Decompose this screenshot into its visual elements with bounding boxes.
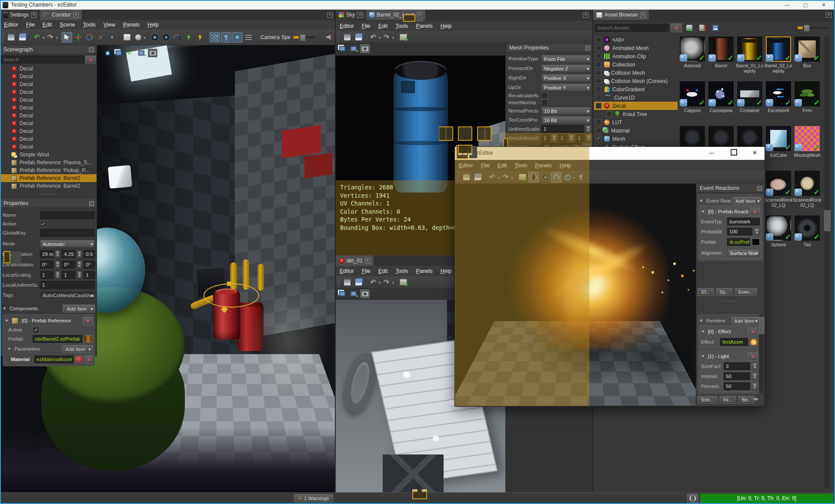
menu-item[interactable]: Editor	[336, 267, 358, 275]
redo-icon[interactable]: ↷	[381, 32, 392, 43]
save-all-icon[interactable]	[353, 277, 364, 288]
save-icon[interactable]	[6, 32, 16, 43]
maximize-button[interactable]: ▢	[797, 0, 814, 10]
export-asset-icon[interactable]	[398, 32, 408, 43]
recalculate-normals-checkbox[interactable]	[541, 93, 548, 99]
mesh-properties-header[interactable]: Mesh Properties	[506, 43, 593, 53]
pause-log-button[interactable]	[687, 494, 698, 503]
asset-thumbnail[interactable]	[766, 81, 791, 106]
menu-item[interactable]: Help	[437, 267, 456, 275]
screenshot-icon[interactable]	[349, 289, 358, 298]
filter-checkbox[interactable]	[596, 95, 601, 100]
rotation-y-field[interactable]: 0°	[62, 261, 75, 269]
camera-icon[interactable]	[360, 289, 370, 298]
position-x-field[interactable]: 29 m	[40, 250, 53, 258]
asset-type-item[interactable]: Collection	[594, 60, 678, 69]
clear-search-icon[interactable]: ✕	[85, 56, 96, 63]
menu-item[interactable]: File	[358, 267, 374, 275]
asset-item[interactable]: Barrel_01_Lowpoly	[735, 36, 764, 81]
asset-type-item[interactable]: Material	[594, 126, 678, 135]
filter-checkbox[interactable]	[596, 62, 601, 67]
scenegraph-item[interactable]: Decal	[0, 88, 97, 96]
asset-thumbnail[interactable]	[680, 81, 705, 106]
menu-item[interactable]: Tools	[79, 21, 100, 29]
forward-dir-dropdown[interactable]: Negative Z	[541, 64, 591, 72]
position-y-field[interactable]: 4.25	[62, 250, 75, 258]
asset-thumbnail[interactable]	[737, 81, 762, 106]
scenegraph-item[interactable]: Prefab Reference: Barrel2	[0, 174, 97, 182]
remove-renderer-icon[interactable]	[748, 328, 758, 336]
asset-type-item[interactable]: Kraut Tree	[594, 110, 678, 118]
scale-y-field[interactable]: 1	[62, 271, 75, 279]
remove-component-icon[interactable]	[83, 317, 93, 325]
tab-close-icon[interactable]	[31, 12, 37, 18]
tab-close-icon[interactable]	[365, 258, 371, 264]
invert-normals-checkbox[interactable]	[541, 99, 548, 106]
filter-checkbox[interactable]	[596, 86, 601, 92]
camera-speed-slider[interactable]	[294, 36, 315, 38]
up-dir-dropdown[interactable]: Positive Y	[541, 83, 591, 91]
asset-item[interactable]: ExcelsiorII	[764, 81, 793, 126]
uniform-scale-field[interactable]: 1	[40, 281, 95, 289]
tab-close-icon[interactable]	[640, 12, 646, 18]
remove-reaction-icon[interactable]	[750, 208, 760, 216]
undo-icon[interactable]: ↷	[368, 32, 378, 43]
undo-icon[interactable]: ↶	[32, 32, 42, 43]
asset-thumbnail[interactable]	[766, 36, 791, 62]
intensity-field[interactable]: 50	[724, 372, 750, 380]
play-icon[interactable]	[150, 32, 160, 43]
filter-checkbox[interactable]	[606, 111, 612, 117]
scenegraph-item[interactable]: Decal	[0, 104, 97, 112]
asset-item[interactable]: Sphere	[764, 216, 793, 260]
panel-close-icon[interactable]	[826, 12, 832, 18]
grid-toggle-icon[interactable]	[210, 32, 220, 43]
add-component-button[interactable]: Add Item	[63, 305, 95, 312]
menu-item[interactable]: File	[22, 21, 39, 29]
close-button[interactable]: ✕	[752, 149, 757, 156]
export-run-icon[interactable]	[184, 32, 194, 43]
maximize-button[interactable]	[731, 149, 737, 156]
save-icon[interactable]	[342, 277, 352, 288]
warnings-button[interactable]: ⚠ 1 Warnings	[294, 494, 333, 502]
scenegraph-item[interactable]: Decal	[0, 119, 97, 127]
tab-scroll-arrows[interactable]: ◀▶	[753, 397, 759, 401]
asset-search-input[interactable]	[595, 24, 669, 32]
run-icon[interactable]	[195, 32, 205, 43]
add-event-reaction-button[interactable]: Add Item	[733, 197, 762, 205]
scenegraph-item[interactable]: Decal	[0, 96, 97, 104]
scenegraph-item[interactable]: Decal	[0, 73, 97, 80]
scenegraph-item[interactable]: Decal	[0, 80, 97, 88]
asset-item[interactable]: Box	[793, 36, 822, 81]
asset-type-item[interactable]: ColorGradient	[594, 85, 678, 93]
properties-panel-header[interactable]: Properties	[0, 199, 97, 208]
remove-renderer-icon[interactable]	[748, 352, 758, 361]
asset-item[interactable]: Container	[735, 81, 764, 126]
asset-type-item[interactable]: Decal	[594, 102, 678, 110]
simulate-gamepad-icon[interactable]	[172, 32, 183, 43]
redo-icon[interactable]: ↷	[45, 32, 55, 43]
percent-field[interactable]: 50	[724, 382, 750, 390]
asset-item[interactable]: Tire	[793, 216, 822, 260]
mode-dropdown[interactable]: Automatic	[40, 240, 95, 248]
render-pipeline-icon[interactable]	[337, 289, 347, 298]
mesh-window-close-icon[interactable]	[583, 12, 588, 18]
effect-asset-field[interactable]: fectAsset	[720, 338, 748, 346]
render-mode-icon[interactable]	[244, 32, 254, 43]
asset-thumbnail[interactable]	[795, 81, 820, 106]
prefab-asset-thumb[interactable]	[84, 335, 93, 343]
asset-type-item[interactable]: Curve1D	[594, 93, 678, 102]
rotate-tool-icon[interactable]	[84, 32, 95, 43]
panel-tab[interactable]: Emi...	[698, 396, 718, 404]
panel-tab[interactable]: Sy...	[716, 288, 733, 296]
menu-item[interactable]: Scene	[56, 21, 79, 29]
remove-material-icon[interactable]	[85, 355, 93, 364]
close-button[interactable]: ✕	[815, 0, 832, 10]
shape-icons-toggle-icon[interactable]	[232, 32, 243, 43]
minimize-button[interactable]: —	[709, 150, 714, 156]
menu-item[interactable]: Panels	[412, 22, 437, 30]
alignment-dropdown[interactable]: Surface Nor	[727, 249, 760, 257]
thumbnail-size-slider[interactable]	[798, 27, 829, 29]
transform-assets-icon[interactable]	[697, 23, 708, 33]
translate-tool-icon[interactable]	[73, 32, 84, 43]
asset-type-item[interactable]: Collision Mesh	[594, 69, 678, 77]
